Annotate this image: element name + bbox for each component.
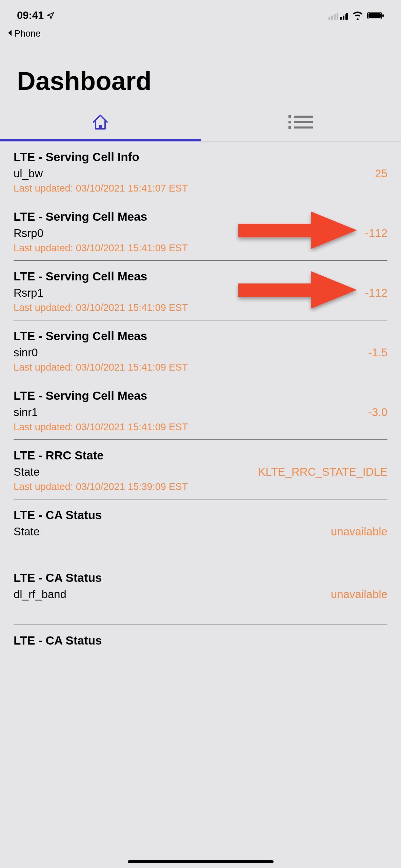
svg-rect-12	[288, 115, 291, 118]
back-chevron-icon	[7, 28, 13, 39]
svg-rect-1	[331, 16, 333, 20]
list-item[interactable]: LTE - CA Status	[14, 625, 387, 672]
status-left: 09:41	[17, 9, 55, 22]
signal-icon	[328, 12, 348, 20]
list-item[interactable]: LTE - CA Statusdl_rf_bandunavailable	[14, 562, 387, 625]
item-timestamp: Last updated: 03/10/2021 15:39:09 EST	[14, 481, 387, 492]
tab-list[interactable]	[201, 106, 401, 141]
tabs	[0, 106, 401, 141]
item-row: sinr0-1.5	[14, 346, 387, 359]
item-row: StateKLTE_RRC_STATE_IDLE	[14, 466, 387, 478]
item-value: -1.5	[368, 346, 387, 359]
item-category: LTE - Serving Cell Meas	[14, 210, 387, 223]
item-value: -112	[365, 287, 387, 299]
item-row: dl_rf_bandunavailable	[14, 588, 387, 601]
svg-rect-13	[294, 116, 313, 118]
item-category: LTE - RRC State	[14, 449, 387, 462]
item-value: -3.0	[368, 406, 387, 419]
svg-rect-16	[288, 126, 291, 129]
battery-icon	[367, 12, 384, 20]
item-label: ul_bw	[14, 167, 43, 180]
home-indicator[interactable]	[128, 860, 274, 863]
item-value: unavailable	[331, 525, 387, 538]
list-item[interactable]: LTE - Serving Cell MeasRsrp0-112Last upd…	[14, 201, 387, 261]
item-value: -112	[365, 227, 387, 240]
home-icon	[91, 113, 110, 133]
item-label: State	[14, 466, 40, 478]
svg-rect-10	[382, 14, 384, 17]
item-label: Rsrp1	[14, 287, 43, 299]
list-item[interactable]: LTE - RRC StateStateKLTE_RRC_STATE_IDLEL…	[14, 440, 387, 499]
item-value: KLTE_RRC_STATE_IDLE	[258, 466, 387, 478]
status-bar: 09:41	[0, 0, 401, 27]
svg-rect-0	[328, 17, 330, 20]
item-category: LTE - Serving Cell Meas	[14, 270, 387, 283]
item-timestamp: Last updated: 03/10/2021 15:41:07 EST	[14, 183, 387, 194]
item-category: LTE - Serving Cell Info	[14, 150, 387, 164]
back-label: Phone	[14, 28, 41, 39]
wifi-icon	[352, 12, 363, 20]
item-timestamp: Last updated: 03/10/2021 15:41:09 EST	[14, 421, 387, 433]
location-icon	[46, 12, 55, 20]
item-label: sinr0	[14, 346, 38, 359]
item-value: 25	[375, 167, 387, 180]
status-time: 09:41	[17, 9, 44, 22]
list-icon	[288, 114, 313, 132]
item-category: LTE - Serving Cell Meas	[14, 389, 387, 402]
item-row: sinr1-3.0	[14, 406, 387, 419]
svg-rect-3	[337, 13, 338, 20]
item-category: LTE - CA Status	[14, 634, 387, 647]
item-row: Stateunavailable	[14, 525, 387, 538]
metric-list: LTE - Serving Cell Infoul_bw25Last updat…	[0, 141, 401, 672]
item-label: Rsrp0	[14, 227, 43, 240]
svg-rect-11	[99, 125, 102, 129]
svg-rect-4	[340, 17, 342, 20]
tab-home[interactable]	[0, 106, 201, 141]
item-category: LTE - CA Status	[14, 571, 387, 585]
list-item[interactable]: LTE - CA StatusStateunavailable	[14, 499, 387, 562]
svg-rect-14	[288, 121, 291, 123]
svg-rect-17	[294, 126, 313, 129]
list-item[interactable]: LTE - Serving Cell Meassinr0-1.5Last upd…	[14, 320, 387, 380]
item-row: ul_bw25	[14, 167, 387, 180]
svg-rect-2	[334, 14, 336, 20]
item-timestamp: Last updated: 03/10/2021 15:41:09 EST	[14, 302, 387, 313]
item-label: State	[14, 525, 40, 538]
item-row: Rsrp0-112	[14, 227, 387, 240]
back-to-app[interactable]: Phone	[0, 27, 401, 46]
item-timestamp: Last updated: 03/10/2021 15:41:09 EST	[14, 242, 387, 254]
list-item[interactable]: LTE - Serving Cell Infoul_bw25Last updat…	[14, 141, 387, 201]
status-right	[328, 12, 384, 20]
item-value: unavailable	[331, 588, 387, 601]
list-item[interactable]: LTE - Serving Cell Meassinr1-3.0Last upd…	[14, 380, 387, 440]
item-row: Rsrp1-112	[14, 287, 387, 299]
svg-rect-5	[343, 16, 344, 20]
item-label: sinr1	[14, 406, 38, 419]
item-category: LTE - Serving Cell Meas	[14, 329, 387, 343]
page-title: Dashboard	[0, 46, 401, 106]
item-timestamp: Last updated: 03/10/2021 15:41:09 EST	[14, 362, 387, 373]
svg-rect-15	[294, 121, 313, 123]
list-item[interactable]: LTE - Serving Cell MeasRsrp1-112Last upd…	[14, 261, 387, 320]
item-label: dl_rf_band	[14, 588, 66, 601]
svg-rect-9	[368, 13, 381, 18]
item-category: LTE - CA Status	[14, 508, 387, 522]
svg-rect-7	[346, 13, 348, 20]
